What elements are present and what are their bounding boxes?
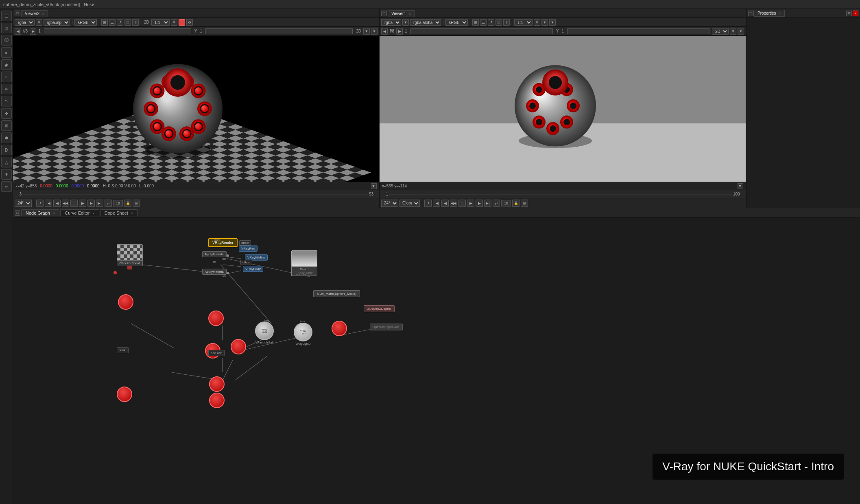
viewer2-extra[interactable]: ⊞ (133, 200, 140, 207)
viewer1-ruler[interactable]: 1 10 20 30 40 50 60 70 80 90 100 (389, 194, 732, 195)
viewer2-next-kf[interactable]: ▶| (96, 200, 103, 207)
node-checkerboard[interactable]: CheckerBoard (117, 244, 143, 266)
node-vrrender[interactable]: VRayRender (208, 238, 238, 247)
viewer1-next-kf[interactable]: ▶| (484, 200, 491, 207)
viewer2-fit-btn[interactable]: ⊞ (101, 19, 108, 26)
viewer1-icon[interactable]: □ (381, 11, 387, 16)
viewer1-stop2[interactable]: □ (458, 200, 466, 207)
viewer1-pause[interactable]: ⏸ (503, 19, 510, 26)
viewer2-red-btn[interactable] (179, 19, 185, 26)
toolbar-menu-btn[interactable]: ☰ (1, 11, 12, 21)
viewer2-next-frame[interactable]: ▶ (30, 28, 36, 35)
node-applymat2[interactable]: ApplyMaterial mix (202, 269, 227, 278)
viewer2-step-fwd[interactable]: ▶ (87, 200, 95, 207)
node-look[interactable]: look (117, 347, 129, 353)
node-multimatte[interactable]: Multi_Matte(Sphere_Matte) (313, 290, 360, 297)
viewer2-channel-left[interactable]: rgba (15, 19, 35, 26)
node-offset1[interactable]: offset (239, 240, 251, 245)
viewer2-step-back[interactable]: ◀ (53, 200, 61, 207)
viewer1-channel-right[interactable]: rgba.alpha (410, 19, 441, 26)
viewer2-status-btn[interactable]: ▼ (371, 183, 377, 189)
node-offset2[interactable]: offset (240, 260, 252, 265)
viewer1-status-btn[interactable]: ▼ (738, 183, 743, 189)
viewer1-play-fwd[interactable]: ▶ (467, 200, 474, 207)
viewer2-lock[interactable]: 🔒 (124, 200, 131, 207)
node-addacn[interactable]: add acn (208, 350, 225, 356)
viewer1-gamma-slider[interactable] (410, 28, 553, 34)
node-bottom-red2[interactable] (209, 393, 225, 408)
toolbar-star-btn[interactable]: ✱ (1, 133, 12, 143)
viewer1-next-frame[interactable]: ▶ (396, 28, 403, 35)
properties-close[interactable]: × (779, 11, 781, 15)
viewer2-bounce[interactable]: ⇄ (105, 200, 112, 207)
viewer2-list-btn[interactable]: ☰ (109, 19, 116, 26)
props-close-btn[interactable]: × (853, 11, 858, 16)
node-specular[interactable]: specular specular (370, 324, 403, 330)
viewer2-settings-btn[interactable]: ⚙ (186, 19, 193, 26)
vrayred-box[interactable]: VRayRed (239, 245, 258, 252)
viewer1-arrow-down[interactable]: ▼ (402, 19, 409, 26)
viewer2-frame-skip[interactable]: 10 (113, 200, 123, 206)
node-vraylightball1[interactable]: VRayLight VRayLightBall (255, 322, 274, 344)
viewer2-channel-right[interactable]: rgba.alp (44, 19, 70, 26)
properties-tab[interactable]: Properties × (754, 10, 785, 17)
viewer1-channel-left[interactable]: rgba (381, 19, 401, 26)
viewer2-exposure-slider[interactable] (205, 28, 353, 34)
viewer1-prev-frame[interactable]: ◀ (381, 28, 388, 35)
viewer2-stop-btn[interactable]: □ (124, 19, 131, 26)
viewer1-bounce[interactable]: ⇄ (493, 200, 500, 207)
viewer2-ruler[interactable]: 3 10 20 30 40 50 60 70 80 93 (23, 194, 368, 195)
viewer2-extra-btn[interactable]: ▼ (371, 28, 378, 35)
toolbar-list-btn[interactable]: ≡ (1, 47, 12, 58)
viewer2-colorspace[interactable]: sRGB (74, 19, 97, 26)
viewer2-pause-btn[interactable]: ⏸ (132, 19, 139, 26)
toolbar-circle-btn[interactable]: ○ (1, 72, 12, 82)
toolbar-pencil2-btn[interactable]: ✏ (1, 181, 12, 192)
viewer1-extra[interactable]: ⊞ (521, 200, 528, 207)
tab-node-graph[interactable]: Node Graph × (21, 209, 59, 216)
viewer2-zoom-select[interactable]: 1:1 (151, 19, 170, 26)
toolbar-triangle-btn[interactable]: △ (1, 157, 12, 167)
toolbar-plus-btn[interactable]: ✥ (1, 108, 12, 119)
toolbar-crop-btn[interactable]: ⊞ (1, 120, 12, 131)
viewer1-mode-arrow[interactable]: ▼ (730, 28, 736, 35)
viewer1-tab-close[interactable]: × (409, 12, 411, 16)
viewer1-play-rev[interactable]: ◀◀ (450, 200, 457, 207)
viewer1-step-fwd[interactable]: ▶ (476, 200, 483, 207)
toolbar-wave-btn[interactable]: 〜 (1, 96, 12, 106)
toolbar-d-btn[interactable]: D (1, 145, 12, 155)
viewer1-mode[interactable]: 2D (712, 28, 729, 35)
viewer1-zoom[interactable]: 1:1 (514, 19, 533, 26)
viewer1-colorspace[interactable]: sRGB (445, 19, 468, 26)
viewer1-fit[interactable]: ⊞ (472, 19, 479, 26)
viewer2-loop[interactable]: ↺ (36, 200, 44, 207)
toolbar-info-btn[interactable]: ⓘ (1, 35, 12, 46)
node-red7[interactable] (231, 339, 246, 354)
tab-dope-sheet[interactable]: Dope Sheet × (100, 209, 138, 216)
node-graph-canvas[interactable]: VRayRender CheckerBoard VRayRed (13, 218, 860, 504)
viewer2-prev-frame[interactable]: ◀ (15, 28, 21, 35)
applymat1-box[interactable]: ApplyMaterial (202, 251, 227, 257)
node-read1[interactable]: Read1_r_sky_4.hdr (291, 250, 317, 276)
node-red1[interactable] (118, 294, 133, 310)
node-red6[interactable] (209, 376, 225, 392)
viewer2-refresh-btn[interactable]: ↺ (117, 19, 123, 26)
viewer1-loop[interactable]: ↺ (424, 200, 432, 207)
viewer2-fps[interactable]: 24* (15, 200, 32, 207)
zdepth-box[interactable]: ZDepth(ZDepth) (364, 305, 395, 312)
viewer1-zoom-arrow[interactable]: ▼ (534, 19, 540, 26)
viewer1-exposure-slider[interactable] (567, 28, 709, 34)
viewer1-settings[interactable]: ▼ (541, 19, 548, 26)
viewer2-mode-select[interactable]: ▼ (363, 28, 370, 35)
viewer2-play-fwd[interactable]: ▶ (79, 200, 86, 207)
node-graph-tab-close[interactable]: × (53, 211, 55, 215)
viewer2-prev-kf[interactable]: |◀ (45, 200, 52, 207)
specular-box[interactable]: specular specular (370, 324, 403, 330)
viewer1-frame-skip[interactable]: 10 (501, 200, 511, 206)
node-bottom-red1[interactable] (117, 387, 132, 402)
node-zdepth[interactable]: ZDepth(ZDepth) (364, 305, 395, 312)
node-red5[interactable] (332, 321, 347, 336)
viewer1-refresh[interactable]: ↺ (488, 19, 494, 26)
toolbar-pen-btn[interactable]: ✏ (1, 84, 12, 94)
applymat2-box[interactable]: ApplyMaterial (202, 269, 227, 275)
